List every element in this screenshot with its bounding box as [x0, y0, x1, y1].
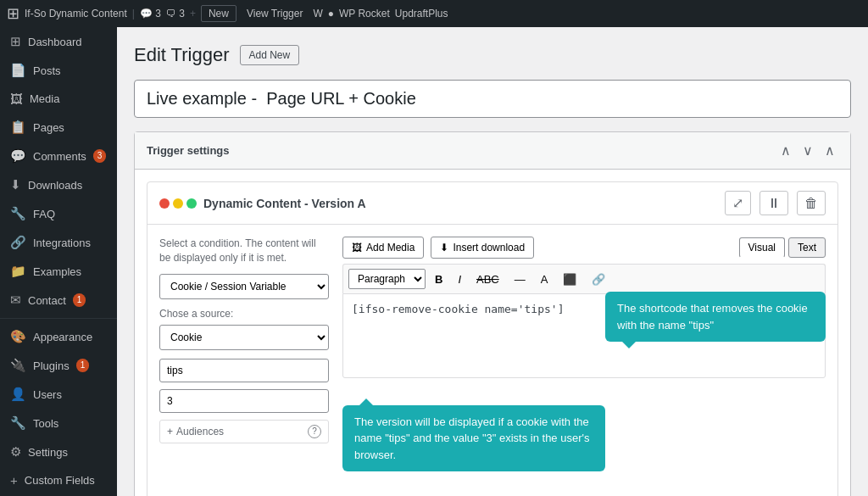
comment-count[interactable]: 💬 3	[140, 8, 161, 20]
posts-icon: 📄	[10, 63, 26, 78]
custom-fields-icon: +	[10, 473, 18, 488]
source-select[interactable]: Cookie	[159, 325, 329, 350]
dot-red	[159, 198, 170, 209]
bold-button[interactable]: B	[429, 270, 448, 288]
sidebar: ⊞ Dashboard 📄 Posts 🖼 Media 📋 Pages 💬 Co…	[0, 27, 117, 496]
sidebar-item-comments[interactable]: 💬 Comments 3	[0, 142, 117, 170]
condition-panel: Select a condition. The content will be …	[159, 237, 329, 443]
sidebar-label-settings: Settings	[28, 446, 68, 459]
version-title: Dynamic Content - Version A	[203, 197, 366, 210]
collapse-button[interactable]: ∧	[777, 141, 794, 160]
sidebar-section-appearance: 🎨 Appearance 🔌 Plugins 1 👤 Users 🔧 Tools…	[0, 318, 117, 494]
italic-button[interactable]: I	[452, 270, 467, 288]
insert-download-label: Insert download	[453, 242, 525, 254]
tab-text[interactable]: Text	[788, 237, 826, 258]
sidebar-item-integrations[interactable]: 🔗 Integrations	[0, 228, 117, 257]
sidebar-label-users: Users	[33, 388, 62, 401]
sidebar-label-posts: Posts	[33, 64, 61, 77]
editor-toolbar-top: 🖼 Add Media ⬇ Insert download Visual Tex…	[342, 237, 826, 259]
dashboard-icon: ⊞	[10, 34, 21, 49]
sidebar-item-contact[interactable]: ✉ Contact 1	[0, 286, 117, 315]
expand-button[interactable]: ∨	[799, 141, 816, 160]
trigger-settings-controls: ∧ ∨ ∧	[777, 141, 838, 160]
sidebar-item-media[interactable]: 🖼 Media	[0, 85, 117, 113]
admin-bar-separator: +	[190, 8, 196, 20]
sidebar-label-comments: Comments	[33, 150, 86, 163]
sidebar-item-pages[interactable]: 📋 Pages	[0, 113, 117, 142]
add-media-button[interactable]: 🖼 Add Media	[342, 237, 424, 259]
page-title: Edit Trigger	[134, 44, 230, 66]
paragraph-select[interactable]: Paragraph	[348, 269, 426, 289]
tooltip-condition: The version will be displayed if a cooki…	[342, 405, 605, 472]
sidebar-item-settings[interactable]: ⚙ Settings	[0, 437, 117, 466]
editor-panel: 🖼 Add Media ⬇ Insert download Visual Tex…	[342, 237, 826, 443]
users-icon: 👤	[10, 387, 26, 402]
insert-download-icon: ⬇	[440, 242, 448, 254]
sidebar-item-plugins[interactable]: 🔌 Plugins 1	[0, 351, 117, 380]
cookie-value-input[interactable]	[159, 389, 329, 413]
sidebar-item-examples[interactable]: 📁 Examples	[0, 257, 117, 286]
pause-button[interactable]: ⏸	[760, 191, 788, 215]
cookie-name-input[interactable]	[159, 359, 329, 382]
tab-visual[interactable]: Visual	[739, 237, 785, 258]
add-media-icon: 🖼	[352, 242, 362, 254]
sidebar-item-users[interactable]: 👤 Users	[0, 380, 117, 409]
contact-icon: ✉	[10, 293, 21, 308]
add-new-button[interactable]: Add New	[240, 45, 300, 65]
link-button[interactable]: 🔗	[586, 270, 611, 288]
sidebar-item-posts[interactable]: 📄 Posts	[0, 56, 117, 85]
paste-button[interactable]: ⬛	[557, 270, 582, 288]
add-media-label: Add Media	[366, 242, 415, 254]
plugins-icon: 🔌	[10, 358, 26, 373]
sidebar-label-media: Media	[30, 92, 59, 105]
audiences-help-icon[interactable]: ?	[308, 425, 321, 438]
new-button[interactable]: New	[201, 5, 236, 22]
contact-badge: 1	[73, 293, 86, 307]
view-trigger-link[interactable]: View Trigger	[247, 8, 303, 20]
plugins-badge: 1	[76, 359, 90, 372]
site-name[interactable]: If-So Dynamic Content	[25, 8, 127, 20]
sidebar-item-dashboard[interactable]: ⊞ Dashboard	[0, 27, 117, 56]
audiences-plus-icon: +	[167, 426, 173, 437]
insert-download-button[interactable]: ⬇ Insert download	[431, 237, 534, 259]
sidebar-item-appearance[interactable]: 🎨 Appearance	[0, 322, 117, 351]
sidebar-item-tools[interactable]: 🔧 Tools	[0, 409, 117, 437]
audiences-row[interactable]: + Audiences ?	[159, 420, 329, 443]
updraft-label[interactable]: UpdraftPlus	[395, 8, 448, 20]
trigger-settings-title: Trigger settings	[147, 144, 230, 157]
source-label: Chose a source:	[159, 308, 329, 320]
sidebar-item-faq[interactable]: 🔧 FAQ	[0, 199, 117, 228]
version-label: Dynamic Content - Version A	[159, 197, 366, 210]
strikethrough-button[interactable]: ABC	[470, 270, 505, 288]
pages-icon: 📋	[10, 120, 26, 135]
tooltip-shortcode: The shortcode that removes the cookie wi…	[605, 292, 826, 342]
trigger-settings-header: Trigger settings ∧ ∨ ∧	[135, 132, 850, 170]
move-button[interactable]: ⤢	[725, 191, 751, 215]
audiences-label: Audiences	[176, 426, 224, 437]
wp-icon: W	[313, 8, 322, 20]
editor-format-bar: Paragraph B I ABC — A ⬛ 🔗	[342, 264, 826, 293]
downloads-icon: ⬇	[10, 177, 21, 192]
sidebar-item-downloads[interactable]: ⬇ Downloads	[0, 170, 117, 199]
message-count[interactable]: 🗨 3	[166, 8, 185, 20]
version-dots	[159, 198, 197, 209]
app-layout: ⊞ Dashboard 📄 Posts 🖼 Media 📋 Pages 💬 Co…	[0, 27, 868, 496]
condition-select[interactable]: Cookie / Session Variable	[159, 274, 329, 299]
delete-button[interactable]: 🗑	[797, 191, 826, 215]
sidebar-label-integrations: Integrations	[33, 237, 91, 249]
version-body: Select a condition. The content will be …	[147, 225, 837, 455]
sidebar-item-custom-fields[interactable]: + Custom Fields	[0, 466, 117, 494]
comments-icon: 💬	[10, 148, 26, 164]
trigger-title-input[interactable]	[134, 80, 851, 118]
sidebar-label-custom-fields: Custom Fields	[25, 474, 95, 487]
settings-icon: ⚙	[10, 444, 21, 460]
sidebar-label-tools: Tools	[33, 417, 58, 430]
sidebar-label-contact: Contact	[28, 294, 66, 307]
hr-button[interactable]: —	[509, 270, 531, 288]
wp-rocket-label[interactable]: WP Rocket	[339, 8, 390, 20]
text-color-button[interactable]: A	[535, 270, 554, 288]
version-block: Dynamic Content - Version A ⤢ ⏸ 🗑 Select…	[147, 181, 838, 496]
sidebar-label-pages: Pages	[33, 121, 64, 134]
collapse-all-button[interactable]: ∧	[821, 141, 838, 160]
integrations-icon: 🔗	[10, 235, 26, 250]
